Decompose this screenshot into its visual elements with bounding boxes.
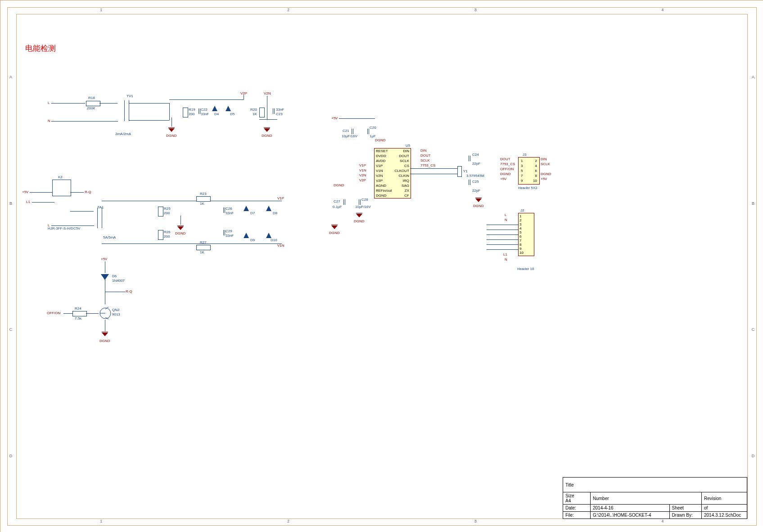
header-j2: 12345678910 [518,213,534,256]
dgnd-label: DGND [175,231,186,235]
cap-c22 [199,108,200,114]
j3-ref: J3 [523,153,526,157]
net-v2n: V2N [359,173,366,177]
wire [99,103,117,104]
c23-val: 33nF [276,108,284,112]
net-v1p: V1P [359,163,366,167]
c26-val: 33nF [226,211,234,215]
dgnd-label: DGND [166,134,177,138]
wire [51,121,118,122]
j2l0: L [505,213,506,217]
k2-ref: K2 [58,175,63,179]
r27-val: 1K [200,250,204,254]
qn2-val: 9013 [112,312,120,316]
d8-ref: D8 [273,211,277,215]
title-block: Title SizeA4NumberRevision Date:2014-4-1… [563,477,747,519]
c28-val: 10μF/16V [355,205,371,209]
net-sclk: SCLK [420,158,430,162]
wire [32,202,54,203]
col-labels-bottom: 1234 [8,519,756,525]
j3-val: Header 5X2 [518,186,537,190]
y1-ref: Y1 [463,169,468,173]
j3r4: +5V [541,177,547,181]
net-N: N [48,119,50,123]
j3r0: DIN [541,157,547,161]
c22-val: 33nF [201,112,209,116]
row-labels-right: ABCD [750,14,756,519]
wire [129,120,169,121]
wire [51,225,94,226]
r23-ref: R23 [200,192,207,196]
wire [487,225,518,225]
j3l0: DOUT [500,157,510,161]
header-j3: 12 34 56 78 910 [518,157,540,185]
resistor-r18 [86,101,100,106]
resistor-r19 [183,108,188,117]
wire [410,168,457,169]
j3l4: +5V [500,177,506,181]
cap-c20 [367,129,369,134]
r19-val: 200 [189,112,194,116]
net-v1n: V1N [277,243,284,248]
r25-val: 200 [164,211,170,215]
dgnd-label: DGND [262,134,272,138]
wire [105,261,105,273]
qn2-ref: QN2 [112,308,119,312]
svg-marker-3 [266,206,271,211]
net-rq: R-Q [126,289,132,293]
wire [267,96,267,119]
r20-ref: R20 [250,108,257,112]
svg-marker-1 [226,106,231,111]
resistor-r27 [196,245,211,250]
net-L: L [48,223,50,227]
r18-ref: R18 [88,96,95,100]
wire [97,207,98,228]
r27-ref: R27 [200,240,207,244]
j3l1: 7753_CS [500,162,515,166]
relay-k2 [52,180,71,196]
net-offon: OFF/ON [47,311,60,315]
net-dout: DOUT [420,153,431,158]
wire [244,95,244,99]
net-v2p: V2P [359,178,366,182]
c25-val: 22pF [472,189,480,193]
wire [102,201,282,201]
c26-ref: C26 [226,207,232,211]
resistor-r24 [72,311,87,316]
j2-ref: J2 [520,208,524,212]
j3r1: SCLK [541,162,550,166]
j2l1: N [505,218,507,222]
svg-marker-4 [244,233,249,238]
resistor-r23 [196,196,211,202]
wire [487,244,518,245]
gnd-icon [331,225,338,230]
cap-c21 [352,129,353,134]
c27-val: 0.1μF [333,205,342,209]
net-v2p: V2P [240,91,247,95]
tv1-val: 2mA/2mA [115,132,131,136]
d7-ref: D7 [250,211,255,215]
net-L1: L1 [26,200,30,204]
r26-val: 200 [164,234,170,239]
wire [129,103,169,104]
svg-marker-5 [266,233,271,238]
j3l2: OFF/ON [500,167,514,171]
net-5v: +5V [22,190,28,194]
wire [169,99,244,100]
c23-ref: C23 [276,112,283,116]
dgnd-label: DGND [354,219,365,223]
r24-val: 7.5k [75,316,81,320]
net-rq: R-Q [85,190,91,194]
gnd-icon [356,213,362,218]
net-din: DIN [420,149,427,153]
wire [102,207,102,228]
svg-marker-2 [244,206,249,211]
c24-ref: C24 [472,153,479,157]
j3r3: DGND [541,172,551,176]
gnd-icon [177,225,184,231]
wire [51,103,85,104]
c27-ref: C27 [334,199,340,203]
wire [105,320,105,331]
relay-part: HJR-3FF-S-H/DC5V [48,226,80,230]
row-labels-left: ABCD [8,14,14,519]
